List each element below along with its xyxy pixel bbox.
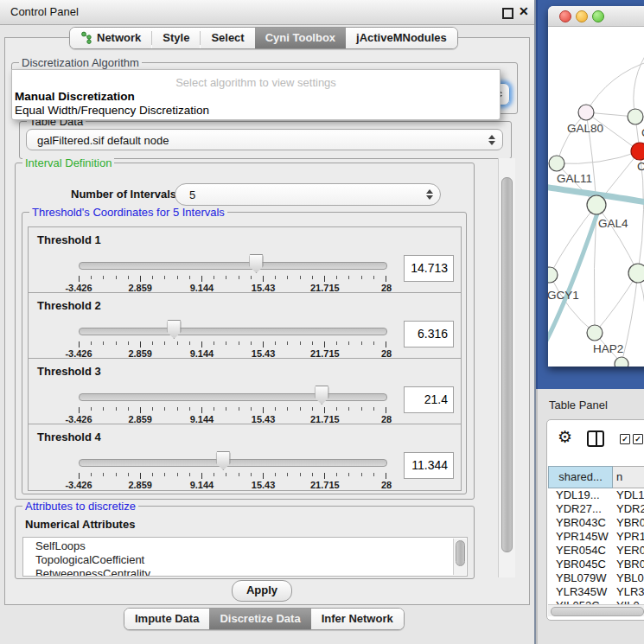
slider-ticks (79, 276, 386, 282)
network-canvas[interactable]: GAL80 GA C GAL11 GAL4 GCY1 H HAP2 (548, 26, 644, 367)
dropdown-item-manual-discretization[interactable]: Manual Discretization (15, 90, 135, 103)
threshold-1-label: Threshold 1 (37, 233, 101, 246)
settings-scrollbar-thumb[interactable] (501, 177, 513, 552)
number-of-intervals-combobox[interactable]: 5 (175, 183, 441, 206)
close-traffic-light-icon[interactable] (559, 10, 571, 22)
threshold-2-thumb[interactable] (167, 320, 182, 339)
network-view-window[interactable]: GAL80 GA C GAL11 GAL4 GCY1 H HAP2 (548, 6, 644, 367)
cell: YBR043C (548, 516, 616, 530)
table-horizontal-scrollbar-thumb[interactable] (551, 607, 644, 616)
node-partial[interactable] (615, 357, 628, 367)
discretization-algorithm-title: Discretization Algorithm (19, 56, 142, 69)
table-horizontal-scrollbar[interactable] (548, 604, 644, 616)
node-label: HAP2 (593, 342, 623, 355)
cell: YER054C (548, 544, 616, 558)
threshold-1-slider[interactable]: -3.426 2.859 9.144 15.43 21.715 28 (79, 257, 386, 291)
tab-style-label: Style (163, 31, 189, 44)
tab-discretize-data[interactable]: Discretize Data (209, 609, 310, 629)
tab-impute-data[interactable]: Impute Data (124, 609, 209, 629)
attributes-scrollbar-thumb[interactable] (456, 540, 465, 566)
cell: YDL1 (616, 488, 644, 502)
cell: YDR27... (548, 502, 616, 516)
table-row[interactable]: YBR045CYBR0 (548, 558, 644, 571)
close-icon[interactable]: ✕ (519, 4, 529, 18)
slider-track[interactable] (79, 262, 387, 270)
node-red[interactable] (631, 143, 644, 160)
slider-ticks (79, 473, 386, 479)
threshold-4-slider[interactable]: -3.426 2.859 9.144 15.43 21.715 28 (79, 454, 386, 488)
threshold-1-thumb[interactable] (249, 254, 264, 273)
node-ga[interactable] (628, 109, 643, 124)
node-gcy1[interactable] (548, 267, 558, 283)
list-item[interactable]: TopologicalCoefficient (23, 553, 467, 567)
attributes-group: Attributes to discretize Numerical Attri… (15, 506, 475, 579)
table-row[interactable]: YPR145WYPR1 (548, 530, 644, 544)
thresholds-group-title: Threshold's Coordinates for 5 Intervals (29, 206, 227, 219)
control-panel: Control Panel ✕ Network Style (0, 0, 536, 644)
slider-track[interactable] (79, 328, 387, 335)
scale-label: 2.859 (128, 480, 152, 490)
attributes-group-title: Attributes to discretize (22, 500, 138, 513)
numerical-attributes-list[interactable]: SelfLoops TopologicalCoefficient Between… (22, 537, 468, 577)
tab-style[interactable]: Style (152, 28, 200, 48)
scale-label: 9.144 (190, 480, 214, 490)
attributes-scrollbar[interactable] (453, 539, 466, 575)
apply-button[interactable]: Apply (232, 580, 292, 602)
table-data-combobox[interactable]: galFiltered.sif default node (26, 129, 503, 150)
node-gal80[interactable] (578, 105, 594, 120)
column-header-name[interactable]: n (613, 466, 644, 488)
threshold-3-thumb[interactable] (315, 386, 329, 405)
list-item[interactable]: SelfLoops (23, 538, 467, 553)
algorithm-placeholder: Select algorithm to view settings (12, 76, 500, 89)
threshold-3-slider[interactable]: -3.426 2.859 9.144 15.43 21.715 28 (79, 388, 386, 423)
dropdown-item-equal-width[interactable]: Equal Width/Frequency Discretization (15, 104, 209, 117)
scale-label: 15.43 (252, 480, 276, 490)
node-gal4[interactable] (587, 195, 606, 214)
slider-track[interactable] (79, 459, 387, 467)
node-label: GAL4 (598, 217, 628, 230)
table-row[interactable]: YDL19...YDL1 (548, 488, 644, 502)
threshold-4-thumb[interactable] (216, 451, 231, 470)
minimize-traffic-light-icon[interactable] (576, 10, 588, 22)
threshold-1-value-field[interactable]: 14.713 (404, 255, 454, 282)
column-header-shared[interactable]: shared... (548, 466, 613, 488)
cell: YBR045C (548, 558, 616, 571)
float-window-icon[interactable] (502, 8, 513, 19)
tab-jactivemnodules[interactable]: jActiveMNodules (346, 28, 457, 48)
tab-jactivemnodules-label: jActiveMNodules (356, 31, 447, 44)
settings-scrollbar[interactable] (498, 158, 515, 577)
node-hap2[interactable] (587, 325, 603, 341)
tab-cyni-toolbox[interactable]: Cyni Toolbox (255, 28, 346, 48)
columns-icon[interactable] (587, 430, 604, 447)
table-row[interactable]: YBR043CYBR0 (548, 516, 644, 530)
tab-cyni-toolbox-label: Cyni Toolbox (265, 31, 335, 44)
table-header-row: shared... n (548, 466, 644, 488)
top-tab-bar: Network Style Select Cyni Toolbox jActiv… (69, 27, 458, 49)
threshold-4-label: Threshold 4 (37, 430, 101, 443)
zoom-traffic-light-icon[interactable] (592, 10, 604, 22)
gear-icon[interactable]: ⚙ (558, 427, 572, 447)
tab-select[interactable]: Select (201, 28, 254, 48)
table-row[interactable]: YLR345WYLR3 (548, 585, 644, 599)
table-row[interactable]: YDR27...YDR2 (548, 502, 644, 516)
threshold-2-slider[interactable]: -3.426 2.859 9.144 15.43 21.715 28 (79, 322, 386, 357)
tab-network[interactable]: Network (70, 28, 151, 48)
node-h[interactable] (628, 264, 644, 283)
network-window-titlebar[interactable] (548, 6, 644, 27)
threshold-3-value-field[interactable]: 21.4 (404, 386, 454, 413)
number-of-intervals-value: 5 (189, 188, 195, 201)
table-row[interactable]: YBL079WYBL0 (548, 571, 644, 585)
scale-label: 21.715 (310, 480, 340, 490)
node-label: GCY1 (548, 289, 579, 302)
checkbox-icon[interactable]: ✓ (633, 434, 643, 444)
threshold-4-box: Threshold 4 -3.426 2.859 9.144 15.43 21.… (28, 424, 462, 491)
checkbox-icon[interactable]: ✓ (620, 434, 630, 444)
threshold-2-value-field[interactable]: 6.316 (404, 321, 454, 348)
node-gal11[interactable] (549, 156, 564, 171)
tab-infer-network[interactable]: Infer Network (311, 609, 404, 629)
table-row[interactable]: YER054CYER0 (548, 544, 644, 558)
list-item[interactable]: BetweennessCentrality (23, 567, 467, 577)
threshold-4-value-field[interactable]: 11.344 (404, 452, 454, 479)
slider-track[interactable] (79, 393, 387, 401)
combo-arrows-icon (488, 135, 495, 145)
